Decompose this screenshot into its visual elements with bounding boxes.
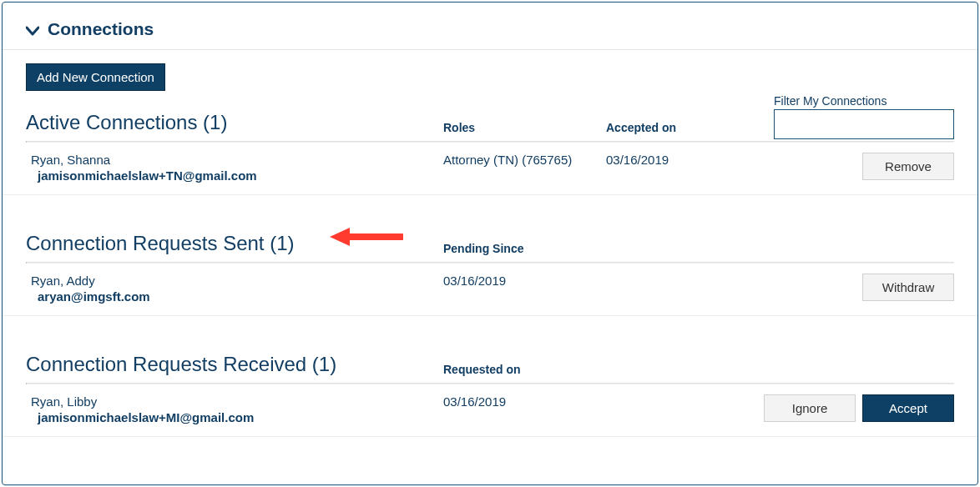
person-name: Ryan, Shanna xyxy=(31,153,443,167)
active-title: Active Connections (1) xyxy=(26,111,443,141)
connections-panel: Connections Add New Connection Filter My… xyxy=(2,2,978,485)
person-name: Ryan, Addy xyxy=(31,274,443,288)
person-email: jamisonmichaelslaw+TN@gmail.com xyxy=(31,168,443,183)
active-section: Filter My Connections Active Connections… xyxy=(3,98,977,141)
person-email: aryan@imgsft.com xyxy=(31,289,443,304)
panel-toolbar: Add New Connection xyxy=(3,50,977,98)
person-name: Ryan, Libby xyxy=(31,394,443,409)
date-cell: 03/16/2019 xyxy=(606,153,748,167)
roles-cell: Attorney (TN) (765765) xyxy=(443,153,606,167)
sent-title: Connection Requests Sent (1) xyxy=(26,232,443,262)
panel-header[interactable]: Connections xyxy=(3,3,977,50)
received-title: Connection Requests Received (1) xyxy=(26,353,443,383)
sent-section: Connection Requests Sent (1) Pending Sin… xyxy=(3,218,977,262)
received-section: Connection Requests Received (1) Request… xyxy=(3,339,977,383)
sent-row: Ryan, Addy aryan@imgsft.com 03/16/2019 W… xyxy=(3,264,977,316)
person-cell: Ryan, Addy aryan@imgsft.com xyxy=(26,274,443,304)
active-row: Ryan, Shanna jamisonmichaelslaw+TN@gmail… xyxy=(3,143,977,195)
panel-title: Connections xyxy=(48,19,154,39)
date-cell: 03/16/2019 xyxy=(443,274,606,288)
col-roles-header: Roles xyxy=(443,121,606,141)
ignore-button[interactable]: Ignore xyxy=(764,394,856,422)
date-cell: 03/16/2019 xyxy=(443,394,606,409)
received-row: Ryan, Libby jamisonmichaelslaw+MI@gmail.… xyxy=(3,384,977,437)
col-requested-header: Requested on xyxy=(443,363,606,383)
person-cell: Ryan, Shanna jamisonmichaelslaw+TN@gmail… xyxy=(26,153,443,183)
remove-button[interactable]: Remove xyxy=(862,153,954,180)
col-accepted-header: Accepted on xyxy=(606,121,748,141)
accept-button[interactable]: Accept xyxy=(862,394,954,422)
sent-header: Connection Requests Sent (1) Pending Sin… xyxy=(26,218,954,262)
person-cell: Ryan, Libby jamisonmichaelslaw+MI@gmail.… xyxy=(26,394,443,424)
add-connection-button[interactable]: Add New Connection xyxy=(26,63,165,91)
person-email: jamisonmichaelslaw+MI@gmail.com xyxy=(31,410,443,424)
received-header: Connection Requests Received (1) Request… xyxy=(26,339,954,383)
col-pending-header: Pending Since xyxy=(443,242,606,262)
chevron-down-icon xyxy=(26,24,39,34)
active-header: Active Connections (1) Roles Accepted on xyxy=(26,98,954,141)
withdraw-button[interactable]: Withdraw xyxy=(862,274,954,301)
